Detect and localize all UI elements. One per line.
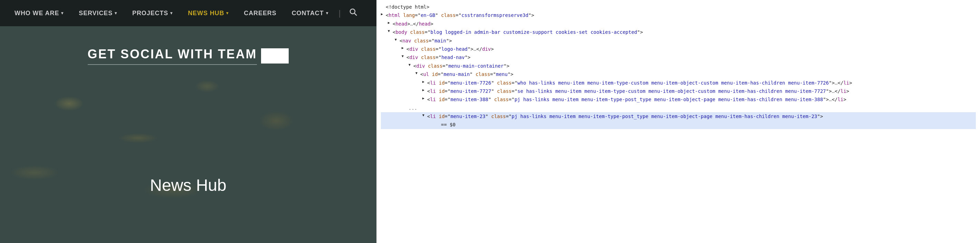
code-line-menu-item-23[interactable]: <li id="menu-item-23" class="pj has-link… xyxy=(381,112,976,121)
social-text: GET SOCIAL WITH TEAM xyxy=(88,47,257,65)
code-line-eq: == $0 xyxy=(381,121,976,129)
triangle-icon[interactable] xyxy=(422,95,427,101)
code-line-html[interactable]: <html lang="en-GB" class="csstransformsp… xyxy=(381,11,976,19)
code-line-menu-main-container[interactable]: <div class="menu-main-container"> xyxy=(381,62,976,70)
code-line-dots: ... xyxy=(381,104,976,112)
svg-point-0 xyxy=(350,9,355,14)
code-line-menu-item-7727[interactable]: <li id="menu-item-7727" class="se has-li… xyxy=(381,87,976,95)
code-line-doctype: <!doctype html> xyxy=(381,3,976,11)
nav-who-we-are[interactable]: WHO WE ARE ▾ xyxy=(7,0,71,26)
nav-contact[interactable]: CONTACT ▾ xyxy=(284,0,336,26)
social-banner: GET SOCIAL WITH TEAM xyxy=(88,47,289,65)
hero-area: GET SOCIAL WITH TEAM xyxy=(0,26,376,79)
page-title: News Hub xyxy=(150,176,226,195)
nav-careers[interactable]: CAREERS xyxy=(236,0,284,26)
svg-line-1 xyxy=(354,13,357,16)
triangle-icon[interactable] xyxy=(409,62,413,68)
nav-news-hub[interactable]: NEWS HUB ▾ xyxy=(180,0,236,26)
nav-divider: | xyxy=(336,8,343,18)
triangle-icon[interactable] xyxy=(395,37,399,43)
nav-projects[interactable]: PROJECTS ▾ xyxy=(125,0,180,26)
website-panel: WHO WE ARE ▾ SERVICES ▾ PROJECTS ▾ NEWS … xyxy=(0,0,376,243)
chevron-down-icon: ▾ xyxy=(170,11,173,16)
devtools-content: <!doctype html> <html lang="en-GB" class… xyxy=(377,0,980,132)
devtools-panel[interactable]: <!doctype html> <html lang="en-GB" class… xyxy=(376,0,980,243)
code-line-logo-head[interactable]: <div class="logo-head"> … </div> xyxy=(381,45,976,53)
code-line-body[interactable]: <body class="blog logged-in admin-bar cu… xyxy=(381,28,976,36)
chevron-down-icon: ▾ xyxy=(115,11,117,16)
code-line-nav[interactable]: <nav class="main"> xyxy=(381,37,976,45)
social-input[interactable] xyxy=(261,48,289,64)
triangle-icon[interactable] xyxy=(402,45,406,51)
code-line-ul-menu[interactable]: <ul id="menu-main" class="menu"> xyxy=(381,70,976,78)
triangle-icon[interactable] xyxy=(415,70,420,76)
triangle-icon[interactable] xyxy=(402,54,406,59)
nav-services[interactable]: SERVICES ▾ xyxy=(71,0,125,26)
code-line-menu-item-23-wrapper: <li id="menu-item-23" class="pj has-link… xyxy=(381,112,976,129)
chevron-down-icon: ▾ xyxy=(326,11,328,16)
code-line-menu-item-388[interactable]: <li id="menu-item-388" class="pj has-lin… xyxy=(381,95,976,103)
nav-bar: WHO WE ARE ▾ SERVICES ▾ PROJECTS ▾ NEWS … xyxy=(0,0,376,26)
chevron-down-icon: ▾ xyxy=(61,11,64,16)
triangle-icon[interactable] xyxy=(388,28,393,34)
triangle-icon[interactable] xyxy=(388,20,393,25)
code-line-head-nav[interactable]: <div class="head-nav"> xyxy=(381,53,976,62)
triangle-icon[interactable] xyxy=(422,87,427,93)
triangle-icon[interactable] xyxy=(422,113,427,118)
chevron-down-icon: ▾ xyxy=(226,11,229,16)
triangle-icon[interactable] xyxy=(381,11,386,17)
code-line-head[interactable]: <head> … </head> xyxy=(381,20,976,28)
code-line-menu-item-7726[interactable]: <li id="menu-item-7726" class="who has-l… xyxy=(381,79,976,87)
triangle-icon[interactable] xyxy=(422,79,427,84)
search-button[interactable] xyxy=(344,8,363,18)
